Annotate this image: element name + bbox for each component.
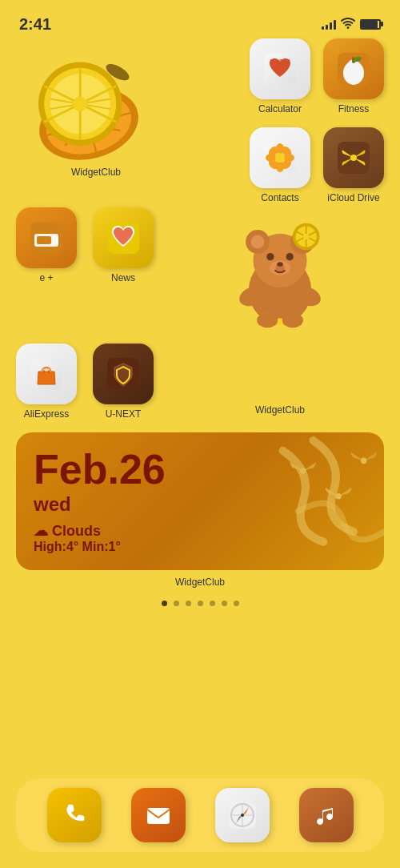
top-right-grid: I LUV U Calculator Fitness [192, 38, 384, 203]
svg-point-55 [286, 253, 293, 260]
page-dot-0[interactable] [162, 601, 167, 606]
page-dot-4[interactable] [210, 601, 215, 606]
aliexpress-label: AliExpress [24, 408, 70, 420]
svg-point-76 [241, 814, 244, 817]
top-icon-row-1: I LUV U Calculator Fitness [192, 38, 384, 115]
page-dot-1[interactable] [174, 601, 179, 606]
widgetclub-bear-label: WidgetClub [255, 404, 305, 416]
contacts-icon[interactable] [250, 127, 310, 188]
status-time: 2:41 [19, 15, 51, 34]
dock-music[interactable] [299, 788, 354, 842]
bear-svg [224, 215, 336, 336]
svg-rect-71 [147, 808, 170, 824]
battery-icon [360, 19, 381, 30]
middle-icon-row: e + News [16, 207, 176, 283]
aliexpress-icon[interactable] [16, 344, 77, 404]
app-aliexpress[interactable]: AliExpress [16, 344, 77, 420]
app-contacts[interactable]: Contacts [250, 127, 310, 203]
bear-widget [224, 207, 336, 336]
svg-point-35 [350, 155, 357, 161]
app-news[interactable]: News [93, 207, 154, 283]
page-dot-3[interactable] [198, 601, 203, 606]
icloud-icon[interactable] [323, 127, 384, 188]
calculator-icon[interactable]: I LUV U [250, 38, 310, 99]
dock-mail[interactable] [131, 788, 186, 842]
icloud-label: iCloud Drive [327, 192, 379, 203]
calculator-label: Calculator [258, 103, 302, 115]
top-icon-row-2: Contacts iCloud Drive [192, 127, 384, 203]
svg-point-63 [282, 313, 303, 328]
signal-icon [322, 18, 336, 30]
page-dot-2[interactable] [186, 601, 191, 606]
lower-icons: AliExpress U-NEXT [16, 344, 176, 420]
widget-label: WidgetClub [0, 577, 400, 588]
fitness-icon[interactable] [323, 38, 384, 99]
dock [16, 778, 384, 852]
svg-point-68 [300, 468, 306, 474]
svg-point-33 [275, 153, 285, 163]
news-icon[interactable] [93, 207, 154, 268]
widgetclub-deco-label: WidgetClub [71, 167, 121, 178]
citrus-decoration: WidgetClub [16, 38, 176, 203]
app-icloud[interactable]: iCloud Drive [323, 127, 384, 203]
bear-label-col: WidgetClub [176, 344, 384, 420]
app-calculator[interactable]: I LUV U Calculator [250, 38, 310, 115]
svg-point-70 [361, 458, 367, 464]
eplus-label: e + [39, 272, 53, 283]
svg-point-69 [335, 493, 342, 500]
status-bar: 2:41 [0, 0, 400, 38]
unext-label: U-NEXT [106, 408, 142, 420]
lower-section: AliExpress U-NEXT WidgetClub [0, 344, 400, 420]
widget-decoration-svg [182, 432, 384, 570]
svg-point-53 [303, 234, 309, 239]
weather-widget[interactable]: Feb.26 wed ☁ Clouds High:4° Min:1° [16, 432, 384, 570]
fitness-label: Fitness [338, 103, 370, 115]
app-unext[interactable]: U-NEXT [93, 344, 154, 420]
middle-section: e + News [0, 207, 400, 336]
svg-rect-38 [37, 236, 51, 244]
app-fitness[interactable]: Fitness [323, 38, 384, 115]
page-dot-6[interactable] [234, 601, 239, 606]
dock-phone[interactable] [47, 788, 102, 842]
eplus-icon[interactable] [16, 207, 77, 268]
unext-icon[interactable] [93, 344, 154, 404]
svg-point-45 [251, 235, 265, 249]
svg-point-14 [73, 97, 87, 111]
top-section: WidgetClub [0, 38, 400, 203]
middle-icons: e + News [16, 207, 176, 336]
wifi-icon [341, 18, 355, 31]
app-eplus[interactable]: e + [16, 207, 77, 283]
citrus-svg [24, 38, 168, 167]
svg-text:I LUV U: I LUV U [270, 58, 290, 64]
page-dot-5[interactable] [222, 601, 227, 606]
svg-point-58 [277, 262, 282, 267]
contacts-label: Contacts [261, 192, 298, 203]
page-dots [0, 601, 400, 606]
status-icons [322, 18, 381, 31]
svg-point-62 [257, 313, 278, 328]
news-label: News [111, 272, 135, 283]
bear-decoration [176, 207, 384, 336]
svg-point-54 [266, 253, 274, 260]
dock-safari[interactable] [215, 788, 270, 842]
